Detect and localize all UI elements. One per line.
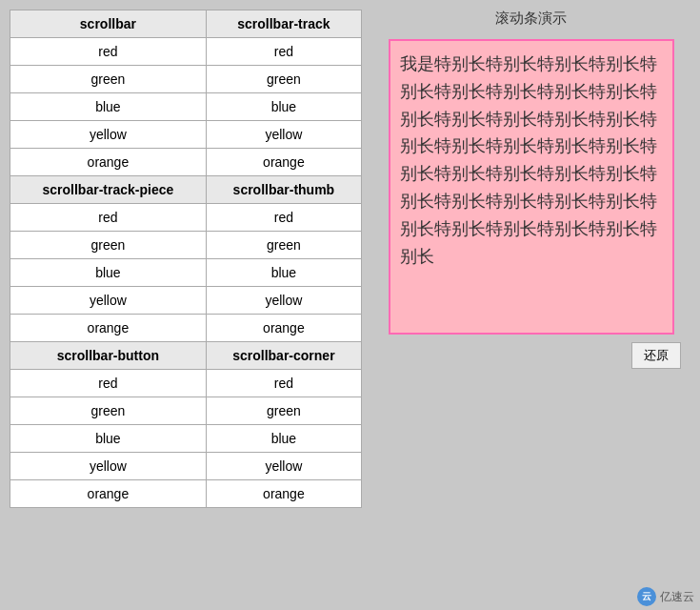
- right-section: 滚动条演示 我是特别长特别长特别长特别长特别长特别长特别长特别长特别长特别长特别…: [371, 10, 690, 600]
- scroll-demo-text: 我是特别长特别长特别长特别长特别长特别长特别长特别长特别长特别长特别长特别长特别…: [400, 54, 657, 266]
- table-cell: green: [206, 66, 361, 93]
- table-section: scrollbar scrollbar-track red red green …: [10, 10, 362, 600]
- table-cell: orange: [206, 149, 361, 176]
- table-cell: blue: [10, 93, 207, 121]
- table-cell: orange: [206, 480, 361, 508]
- table-cell: blue: [206, 425, 361, 453]
- table-cell: red: [10, 370, 207, 397]
- table-cell: yellow: [10, 121, 207, 149]
- scroll-demo-box[interactable]: 我是特别长特别长特别长特别长特别长特别长特别长特别长特别长特别长特别长特别长特别…: [389, 39, 674, 335]
- table-cell: green: [206, 397, 361, 425]
- table-cell: green: [10, 232, 207, 259]
- table-cell: blue: [206, 93, 361, 121]
- logo-bar: 云 亿速云: [637, 587, 694, 606]
- table-cell: yellow: [206, 453, 361, 480]
- col2-header-1: scrollbar-track: [206, 10, 361, 38]
- table-cell: red: [206, 38, 361, 66]
- table-cell: red: [10, 38, 207, 66]
- table-cell: red: [206, 204, 361, 232]
- table-cell: blue: [10, 259, 207, 287]
- logo-icon: 云: [637, 587, 656, 606]
- table-cell: blue: [10, 425, 207, 453]
- table-cell: orange: [10, 315, 207, 342]
- table-cell: green: [206, 232, 361, 259]
- demo-title: 滚动条演示: [495, 10, 567, 28]
- table-cell: green: [10, 397, 207, 425]
- table-cell: yellow: [10, 287, 207, 315]
- col1-header-2: scrollbar-track-piece: [10, 176, 207, 204]
- table-cell: red: [206, 370, 361, 397]
- logo-icon-text: 云: [642, 590, 651, 603]
- col1-header-1: scrollbar: [10, 10, 207, 38]
- main-container: scrollbar scrollbar-track red red green …: [0, 0, 700, 610]
- table-cell: orange: [10, 149, 207, 176]
- logo-text: 亿速云: [660, 589, 694, 605]
- table-cell: orange: [206, 315, 361, 342]
- table-cell: yellow: [206, 121, 361, 149]
- table-cell: yellow: [206, 287, 361, 315]
- table-cell: red: [10, 204, 207, 232]
- col2-header-3: scrollbar-corner: [206, 342, 361, 370]
- table-cell: green: [10, 66, 207, 93]
- table-cell: orange: [10, 480, 207, 508]
- restore-button[interactable]: 还原: [631, 342, 681, 369]
- col2-header-2: scrollbar-thumb: [206, 176, 361, 204]
- table-cell: blue: [206, 259, 361, 287]
- col1-header-3: scrollbar-button: [10, 342, 207, 370]
- table-cell: yellow: [10, 453, 207, 480]
- scrollbar-table: scrollbar scrollbar-track red red green …: [10, 10, 362, 508]
